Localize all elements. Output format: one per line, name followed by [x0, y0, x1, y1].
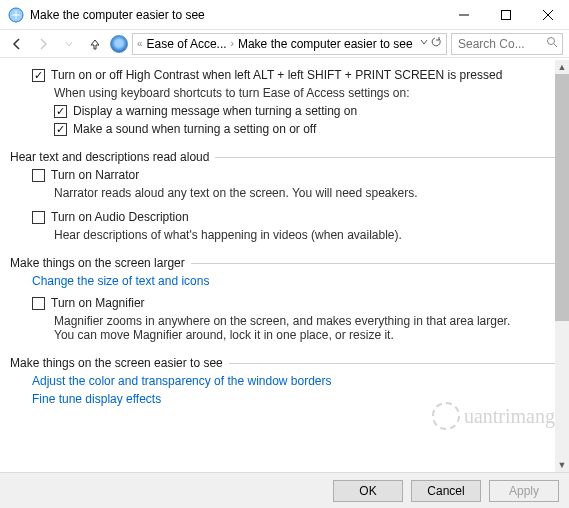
label-audio-description: Turn on Audio Description: [51, 210, 189, 224]
checkbox-icon[interactable]: [32, 69, 45, 82]
search-input[interactable]: [456, 36, 546, 52]
checkbox-narrator[interactable]: Turn on Narrator: [10, 168, 559, 182]
button-bar: OK Cancel Apply: [0, 472, 569, 508]
recent-dropdown[interactable]: [58, 33, 80, 55]
breadcrumb[interactable]: « Ease of Acce... › Make the computer ea…: [132, 33, 447, 55]
up-button[interactable]: [84, 33, 106, 55]
checkbox-audio-description[interactable]: Turn on Audio Description: [10, 210, 559, 224]
scroll-down-icon[interactable]: ▼: [555, 458, 569, 472]
refresh-icon[interactable]: [430, 36, 442, 51]
narrator-desc: Narrator reads aloud any text on the scr…: [10, 186, 559, 200]
apply-button[interactable]: Apply: [489, 480, 559, 502]
minimize-button[interactable]: [443, 1, 485, 29]
watermark-gear-icon: [432, 402, 460, 430]
audio-desc: Hear descriptions of what's happening in…: [10, 228, 559, 242]
content-area: ▲ ▼ Turn on or off High Contrast when le…: [0, 60, 569, 472]
close-button[interactable]: [527, 1, 569, 29]
checkbox-warning[interactable]: Display a warning message when turning a…: [10, 104, 559, 118]
chevron-right-icon: ›: [231, 38, 234, 49]
label-magnifier: Turn on Magnifier: [51, 296, 145, 310]
checkbox-icon[interactable]: [32, 211, 45, 224]
forward-button[interactable]: [32, 33, 54, 55]
chevron-left-icon: «: [137, 38, 143, 49]
link-change-size[interactable]: Change the size of text and icons: [10, 274, 559, 288]
magnifier-desc: Magnifier zooms in anywhere on the scree…: [10, 314, 559, 342]
label-warning: Display a warning message when turning a…: [73, 104, 357, 118]
back-button[interactable]: [6, 33, 28, 55]
checkbox-icon[interactable]: [54, 105, 67, 118]
address-dropdown-icon[interactable]: [419, 36, 429, 51]
crumb-ease-of-access[interactable]: Ease of Acce...: [147, 37, 227, 51]
window-controls: [443, 1, 569, 29]
ok-button[interactable]: OK: [333, 480, 403, 502]
title-bar: Make the computer easier to see: [0, 0, 569, 30]
watermark: uantrimang: [432, 402, 555, 430]
crumb-current[interactable]: Make the computer easier to see: [238, 37, 413, 51]
svg-point-5: [548, 38, 555, 45]
checkbox-high-contrast[interactable]: Turn on or off High Contrast when left A…: [10, 68, 559, 82]
section-header-aloud: Hear text and descriptions read aloud: [10, 150, 559, 164]
cancel-button[interactable]: Cancel: [411, 480, 481, 502]
checkbox-icon[interactable]: [54, 123, 67, 136]
search-icon[interactable]: [546, 36, 558, 51]
link-fine-tune[interactable]: Fine tune display effects: [10, 392, 559, 406]
scroll-up-icon[interactable]: ▲: [555, 60, 569, 74]
nav-bar: « Ease of Acce... › Make the computer ea…: [0, 30, 569, 58]
checkbox-sound[interactable]: Make a sound when turning a setting on o…: [10, 122, 559, 136]
maximize-button[interactable]: [485, 1, 527, 29]
label-high-contrast: Turn on or off High Contrast when left A…: [51, 68, 502, 82]
label-narrator: Turn on Narrator: [51, 168, 139, 182]
checkbox-magnifier[interactable]: Turn on Magnifier: [10, 296, 559, 310]
window-title: Make the computer easier to see: [30, 8, 443, 22]
checkbox-icon[interactable]: [32, 169, 45, 182]
search-box[interactable]: [451, 33, 563, 55]
scroll-thumb[interactable]: [555, 74, 569, 321]
hc-subdesc: When using keyboard shortcuts to turn Ea…: [10, 86, 559, 100]
link-adjust-borders[interactable]: Adjust the color and transparency of the…: [10, 374, 559, 388]
svg-rect-2: [502, 10, 511, 19]
checkbox-icon[interactable]: [32, 297, 45, 310]
section-header-easier: Make things on the screen easier to see: [10, 356, 559, 370]
label-sound: Make a sound when turning a setting on o…: [73, 122, 316, 136]
scrollbar[interactable]: ▲ ▼: [555, 60, 569, 472]
control-panel-icon: [110, 35, 128, 53]
app-icon: [8, 7, 24, 23]
section-header-larger: Make things on the screen larger: [10, 256, 559, 270]
svg-line-6: [554, 44, 557, 47]
